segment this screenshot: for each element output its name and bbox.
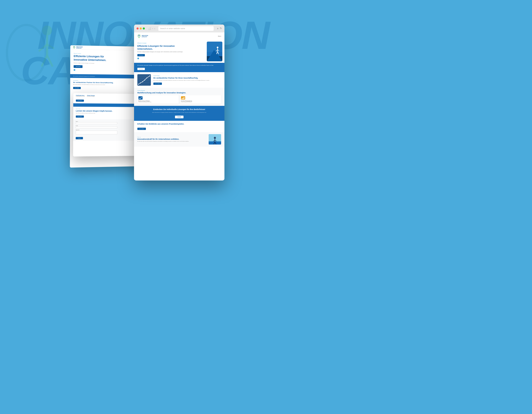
partner-desc: Mit innovativen Ansätzen und bewährten M…	[153, 80, 221, 81]
market-card-1: Marktforschung und Analyse Datenbasierte…	[137, 95, 179, 104]
contact-email-input[interactable]	[76, 126, 117, 128]
blue-bar-text: Wir entwickeln individuelle Strategien f…	[73, 76, 95, 77]
back-icon[interactable]: ‹	[152, 27, 153, 30]
dot-red[interactable]	[137, 28, 139, 29]
page2-nav-desc1: Unabhängig von der Größe	[76, 96, 85, 97]
browser-content: INNOVATION CATALYST Menü Effiziente Lösu…	[134, 32, 224, 181]
services-btn[interactable]: mehr erfahren	[73, 87, 81, 89]
site-scroll-dot	[137, 58, 139, 59]
site-hero-image	[207, 42, 222, 61]
svg-point-33	[217, 47, 218, 48]
site-logo-line2: CATALYST	[142, 36, 148, 38]
browser-mockup: ⬜ ‹ › Search or enter website name + ↻ I…	[134, 25, 224, 181]
address-text: Search or enter website name	[160, 28, 185, 29]
page-hero-dot	[74, 69, 75, 71]
svg-point-45	[140, 83, 141, 83]
svg-point-46	[142, 81, 143, 82]
bottom-image	[209, 134, 221, 144]
bottom-content: Über uns Innovationskraft für Ihr Untern…	[137, 137, 206, 142]
partner-content: Unser Ansatz Ihr verlässlicher Partner f…	[153, 75, 221, 85]
browser-nav-icons: ⬜ ‹ ›	[148, 27, 155, 30]
cases-title: Erhalten Sie Einblicke aus unseren Praxi…	[137, 123, 221, 125]
dot-yellow[interactable]	[140, 28, 142, 29]
page2-more-btn[interactable]: mehr erfahren	[76, 100, 84, 102]
bottom-desc: Wir helfen Ihnen dabei, das volle Potenz…	[137, 141, 206, 142]
market-title: Marktforschung und Analyse für innovativ…	[137, 92, 221, 94]
contact-submit-btn[interactable]: Senden	[76, 137, 83, 139]
market-cards: Marktforschung und Analyse Datenbasierte…	[137, 95, 221, 104]
contact-name-label: Name	[76, 121, 117, 122]
market-card-1-desc: Datenbasierte Entscheidungen für Ihren E…	[138, 102, 178, 103]
cta-desc: Jeder Unternehmen ist einzigartig. Desha…	[137, 112, 221, 113]
svg-point-44	[138, 84, 139, 85]
site-market-section: Unsere Services Marktforschung und Analy…	[134, 88, 224, 106]
site-hero-desc: Wir bieten maßgeschneiderte Strategien u…	[137, 51, 183, 53]
site-logo: INNOVATION CATALYST	[137, 34, 148, 38]
add-tab-icon[interactable]: +	[217, 27, 218, 30]
partner-chart	[137, 74, 151, 86]
browser-dots	[137, 28, 145, 29]
svg-rect-39	[137, 74, 151, 86]
bottom-title: Innovationskraft für Ihr Unternehmen ent…	[137, 138, 206, 141]
forward-icon[interactable]: ›	[154, 27, 155, 30]
browser-address-bar[interactable]: Search or enter website name	[158, 26, 213, 31]
contact-email-label: Email	[76, 125, 117, 126]
site-hero: Effiziente Lösungen Effiziente Lösungen …	[134, 40, 224, 63]
svg-point-57	[214, 137, 216, 139]
site-nav: INNOVATION CATALYST Menü	[134, 32, 224, 40]
page-hero-btn[interactable]: mehr lesen	[74, 65, 83, 68]
svg-rect-54	[184, 97, 184, 99]
market-card-1-title: Marktforschung und Analyse	[138, 100, 178, 101]
cta-title: Entdecken Sie individuelle Lösungen für …	[137, 108, 221, 111]
page-logo: INNOVATION CATALYST	[73, 46, 83, 49]
market-card-2-title: Innovative Strategieplanung	[181, 100, 220, 101]
svg-point-48	[146, 77, 147, 78]
partner-btn[interactable]: mehr erfahren	[153, 83, 162, 85]
page2-nav-desc2: Internationale Strategie	[87, 96, 95, 97]
page-hero-desc: Wir bieten maßgeschneiderte Strategien u…	[74, 62, 115, 64]
dot-green[interactable]	[143, 28, 145, 29]
site-bottom-section: Über uns Innovationskraft für Ihr Untern…	[134, 132, 224, 147]
partner-label: Unser Ansatz	[153, 75, 221, 76]
browser-actions: + ↻	[217, 27, 222, 30]
browser-chrome: ⬜ ‹ › Search or enter website name + ↻	[134, 25, 224, 32]
svg-rect-31	[207, 42, 222, 52]
team-btn[interactable]: mehr erfahren	[76, 116, 84, 117]
bottom-label: Über uns	[137, 137, 206, 138]
blue-section-text: Wir entwickeln individuelle Strategien, …	[137, 65, 221, 66]
market-label: Unsere Services	[137, 90, 221, 91]
blue-section-btn[interactable]: mehr lesen	[137, 68, 145, 70]
market-card-2: Innovative Strategieplanung Innovative S…	[180, 95, 221, 104]
svg-point-49	[149, 76, 150, 76]
refresh-icon[interactable]: ↻	[220, 27, 222, 30]
site-hero-btn[interactable]: mehr lesen	[137, 54, 145, 56]
page-logo-text: INNOVATION CATALYST	[76, 46, 83, 49]
site-partner-section: Unser Ansatz Ihr verlässlicher Partner f…	[134, 72, 224, 88]
svg-rect-50	[138, 96, 142, 100]
site-cases-section: Erhalten Sie Einblicke aus unseren Praxi…	[134, 121, 224, 132]
square-icon[interactable]: ⬜	[148, 27, 151, 30]
market-card-1-icon	[138, 96, 178, 100]
svg-point-28	[139, 35, 140, 36]
svg-rect-52	[182, 98, 182, 99]
contact-name-input[interactable]	[76, 122, 117, 124]
market-card-2-desc: Innovative Strategien für Ihr Wachstum.	[181, 102, 220, 103]
contact-message-input[interactable]	[76, 131, 117, 135]
cta-btn[interactable]: Kontakt	[175, 116, 183, 118]
page-hero-title: Effiziente Lösungen für innovative Unter…	[74, 55, 115, 62]
contact-message-label: Nachricht	[76, 129, 117, 130]
svg-point-7	[74, 47, 75, 48]
cases-btn[interactable]: mehr erfahren	[137, 128, 146, 130]
svg-rect-53	[183, 98, 183, 99]
site-blue-section: Wir entwickeln individuelle Strategien, …	[134, 63, 224, 72]
site-cta-section: Entdecken Sie individuelle Lösungen für …	[134, 106, 224, 121]
svg-point-47	[144, 80, 145, 80]
site-hero-title: Effiziente Lösungen für innovative Unter…	[137, 45, 183, 50]
partner-title: Ihr verlässlicher Partner für Ihren Gesc…	[153, 77, 221, 79]
market-card-2-icon	[181, 96, 220, 100]
site-nav-menu[interactable]: Menü	[218, 36, 221, 37]
